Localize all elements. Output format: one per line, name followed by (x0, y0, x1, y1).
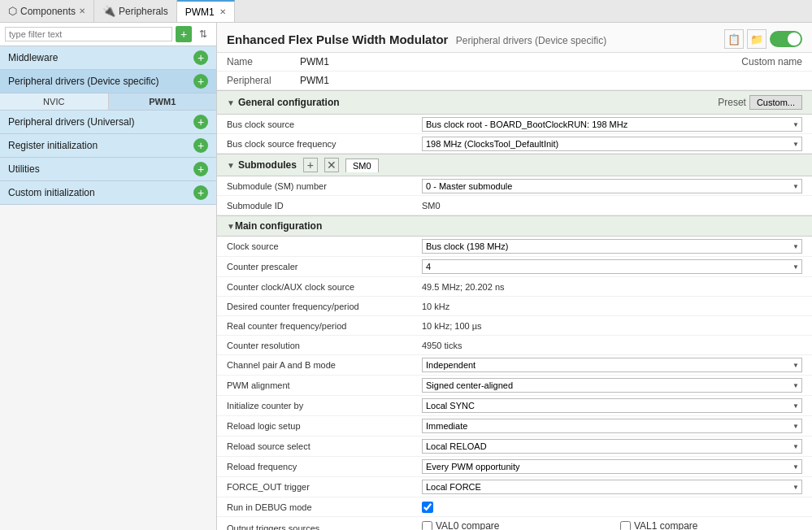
sidebar: + ⇅ Middleware + Peripheral drivers (Dev… (0, 23, 217, 530)
main-config-text-4: 10 kHz; 100 µs (422, 321, 482, 331)
main-config-select-6[interactable]: Independent (422, 358, 802, 372)
main-config-select-wrapper-6: Independent (422, 358, 802, 372)
submodules-label[interactable]: ▼ Submodules (227, 159, 297, 171)
search-input[interactable] (5, 27, 172, 41)
submodules-text: Submodules (238, 159, 297, 171)
peripheral-device-add-button[interactable]: + (193, 74, 208, 89)
tab-peripherals-label: Peripherals (119, 6, 168, 17)
output-trigger-label-0: VAL0 compare (436, 520, 500, 530)
tab-components-close[interactable]: ✕ (79, 7, 85, 15)
main-config-text-5: 4950 ticks (422, 341, 462, 350)
main-config-text-3: 10 kHz (422, 302, 449, 311)
sidebar-item-utilities[interactable]: Utilities + (0, 158, 216, 181)
preset-button[interactable]: Custom... (749, 95, 802, 110)
sidebar-item-middleware[interactable]: Middleware + (0, 46, 216, 70)
main-config-select-10[interactable]: Local RELOAD (422, 439, 802, 454)
main-config-row-11: Reload frequencyEvery PWM opportunity (217, 457, 812, 477)
enable-toggle[interactable] (770, 31, 802, 47)
sidebar-item-peripheral-universal[interactable]: Peripheral drivers (Universal) + (0, 111, 216, 134)
main-config-select-8[interactable]: Local SYNC (422, 398, 802, 413)
import-icon-btn[interactable]: 📁 (747, 29, 766, 49)
middleware-add-button[interactable]: + (193, 50, 208, 65)
submodule-add-button[interactable]: + (303, 158, 318, 172)
output-triggers-grid: VAL0 compareVAL1 compareVAL2 compareVAL3… (422, 520, 802, 530)
main-config-select-wrapper-10: Local RELOAD (422, 439, 802, 454)
peripheral-universal-add-button[interactable]: + (193, 115, 208, 129)
search-sort-button[interactable]: ⇅ (195, 26, 211, 42)
main-config-select-wrapper-1: 4 (422, 259, 802, 274)
bus-clock-source-row: Bus clock source Bus clock root - BOARD_… (217, 115, 812, 134)
tab-pwm1[interactable]: PWM1 ✕ (177, 0, 235, 22)
output-trigger-item-0: VAL0 compare (422, 520, 604, 530)
output-trigger-checkbox-1[interactable] (620, 521, 631, 531)
main-config-row-13: Run in DEBUG mode (217, 497, 812, 517)
main-config-rows: Clock sourceBus clock (198 MHz)Counter p… (217, 237, 812, 517)
header-icons: 📋 📁 (724, 29, 802, 49)
sm-number-select-wrapper: 0 - Master submodule (422, 179, 802, 193)
general-config-left: ▼ General configuration (227, 97, 340, 108)
bus-clock-freq-row: Bus clock source frequency 198 MHz (Cloc… (217, 134, 812, 154)
sm-number-label: Submodule (SM) number (227, 181, 422, 191)
submodule-tab-sm0[interactable]: SM0 (345, 159, 379, 172)
output-triggers-label: Output triggers sources (227, 520, 422, 530)
tab-pwm1-close[interactable]: ✕ (219, 7, 226, 16)
main-config-select-11[interactable]: Every PWM opportunity (422, 459, 802, 474)
main-config-checkbox-13[interactable] (422, 502, 433, 513)
general-config-section[interactable]: ▼ General configuration Preset Custom... (217, 90, 812, 115)
sm-number-row: Submodule (SM) number 0 - Master submodu… (217, 176, 812, 196)
peripheral-universal-label: Peripheral drivers (Universal) (8, 116, 134, 128)
output-triggers-row: Output triggers sources VAL0 compareVAL1… (217, 517, 812, 530)
output-trigger-label-1: VAL1 compare (634, 520, 698, 530)
sidebar-item-register-init[interactable]: Register initialization + (0, 134, 216, 158)
main-config-select-12[interactable]: Local FORCE (422, 480, 802, 494)
main-config-row-8: Initialize counter byLocal SYNC (217, 396, 812, 416)
sidebar-search-bar: + ⇅ (0, 23, 216, 46)
tab-components[interactable]: ⬡ Components ✕ (0, 0, 94, 22)
output-trigger-checkbox-0[interactable] (422, 521, 432, 531)
main-config-select-wrapper-7: Signed center-aligned (422, 378, 802, 393)
main-config-select-9[interactable]: Immediate (422, 419, 802, 433)
copy-icon-btn[interactable]: 📋 (724, 29, 744, 49)
main-config-row-label-0: Clock source (227, 241, 422, 251)
bus-clock-freq-select[interactable]: 198 MHz (ClocksTool_DefaultInit) (422, 137, 802, 151)
register-init-label: Register initialization (8, 140, 98, 151)
search-add-button[interactable]: + (176, 26, 192, 42)
toggle-knob (788, 33, 801, 46)
bus-clock-freq-select-wrapper: 198 MHz (ClocksTool_DefaultInit) (422, 137, 802, 151)
output-trigger-item-1: VAL1 compare (620, 520, 802, 530)
main-config-row-10: Reload source selectLocal RELOAD (217, 437, 812, 457)
middleware-label: Middleware (8, 52, 58, 63)
utilities-label: Utilities (8, 163, 40, 175)
tab-bar: ⬡ Components ✕ 🔌 Peripherals PWM1 ✕ (0, 0, 812, 23)
main-config-row-label-2: Counter clock/AUX clock source (227, 282, 422, 292)
name-label: Name (227, 56, 284, 67)
main-config-section[interactable]: ▼ Main configuration (217, 215, 812, 237)
main-config-row-7: PWM alignmentSigned center-aligned (217, 376, 812, 396)
custom-init-add-button[interactable]: + (193, 185, 208, 200)
main-config-select-wrapper-11: Every PWM opportunity (422, 459, 802, 474)
register-init-add-button[interactable]: + (193, 138, 208, 153)
main-layout: + ⇅ Middleware + Peripheral drivers (Dev… (0, 23, 812, 530)
main-config-row-label-11: Reload frequency (227, 462, 422, 471)
utilities-add-button[interactable]: + (193, 162, 208, 176)
sidebar-item-custom-init[interactable]: Custom initialization + (0, 181, 216, 205)
tab-peripherals[interactable]: 🔌 Peripherals (94, 0, 177, 22)
sidebar-sub-pwm1[interactable]: PWM1 (109, 93, 217, 110)
sidebar-sub-nvic[interactable]: NVIC (0, 93, 109, 110)
main-config-select-0[interactable]: Bus clock (198 MHz) (422, 239, 802, 254)
sidebar-sub-nvic-pwm: NVIC PWM1 (0, 93, 216, 111)
general-config-label: General configuration (238, 97, 340, 108)
main-config-select-1[interactable]: 4 (422, 259, 802, 274)
bus-clock-source-select[interactable]: Bus clock root - BOARD_BootClockRUN: 198… (422, 117, 802, 132)
sm-number-select[interactable]: 0 - Master submodule (422, 179, 802, 193)
main-config-select-7[interactable]: Signed center-aligned (422, 378, 802, 393)
sm-id-value: SM0 (422, 201, 441, 211)
content-title: Enhanced Flex Pulse Width Modulator (227, 33, 448, 46)
sidebar-item-peripheral-device[interactable]: Peripheral drivers (Device specific) + (0, 70, 216, 93)
submodule-delete-button[interactable]: ✕ (324, 158, 339, 172)
main-config-row-label-5: Counter resolution (227, 341, 422, 350)
bus-clock-freq-label: Bus clock source frequency (227, 139, 422, 149)
name-value: PWM1 (300, 56, 329, 67)
peripheral-value: PWM1 (300, 75, 329, 86)
peripheral-row: Peripheral PWM1 (217, 72, 812, 90)
